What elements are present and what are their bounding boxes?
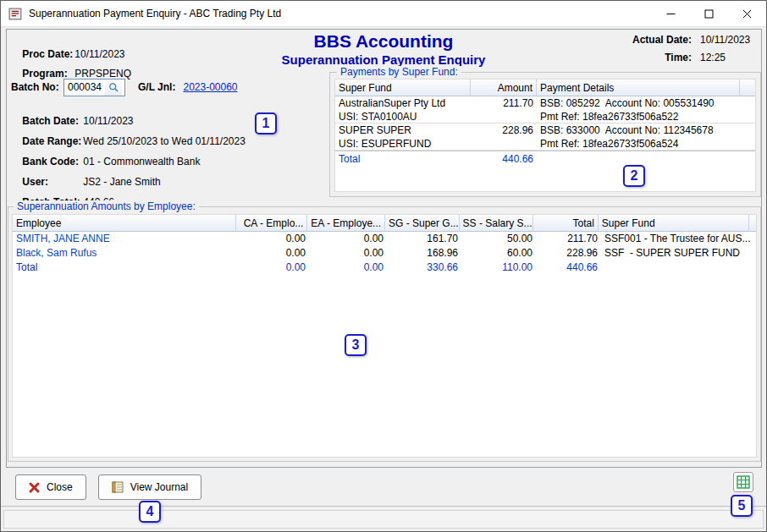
payment-amount [471, 110, 537, 123]
annotation-4: 4 [139, 501, 161, 523]
employees-total-label: Total [13, 261, 237, 275]
payment-details: BSB: 085292 Account No: 005531490 [537, 96, 740, 110]
search-icon [108, 82, 119, 93]
payment-row[interactable]: SUPER SUPER 228.96 BSB: 633000 Account N… [335, 123, 755, 137]
employee-total: 211.70 [536, 232, 601, 246]
bank-code-field: Bank Code:01 - Commonwealth Bank [11, 141, 200, 155]
column-header-filler [740, 80, 755, 96]
status-bar [1, 506, 766, 531]
journal-icon [112, 481, 124, 493]
employees-grid: Employee CA - Emplo... EA - Employe... S… [12, 214, 757, 458]
time-label: Time: [632, 52, 692, 63]
column-header-super-fund: Super Fund [335, 80, 471, 96]
column-header-ea: EA - Employe... [307, 215, 385, 232]
column-header-super-fund: Super Fund [599, 215, 749, 232]
employees-total-ss: 110.00 [461, 261, 536, 275]
payments-header-row: Super Fund Amount Payment Details [335, 80, 755, 96]
payments-total-row: Total 440.66 [335, 151, 755, 167]
app-window: Superannuation Payment Enquiry - ABC Tra… [0, 0, 767, 532]
column-header-filler [749, 215, 756, 232]
annotation-5: 5 [731, 495, 753, 517]
employee-ea: 0.00 [309, 246, 387, 261]
actual-date-value: 10/11/2023 [700, 34, 758, 46]
employees-total-row: Total 0.00 0.00 330.66 110.00 440.66 [13, 261, 756, 275]
date-range-field: Date Range:Wed 25/10/2023 to Wed 01/11/2… [11, 121, 246, 134]
button-row: Close View Journal [15, 474, 201, 500]
payment-fund: AustralianSuper Pty Ltd [335, 96, 471, 110]
actual-date-label: Actual Date: [632, 34, 692, 46]
view-journal-button[interactable]: View Journal [98, 474, 201, 500]
time-value: 12:25 [700, 52, 758, 63]
gl-jnl-link[interactable]: 2023-00060 [183, 81, 237, 93]
batch-no-field [63, 79, 125, 96]
close-window-button[interactable] [728, 1, 766, 26]
employee-ca: 0.00 [237, 232, 309, 246]
export-excel-button[interactable] [733, 472, 753, 492]
payment-details: Pmt Ref: 18fea26733f506a524 [537, 137, 740, 150]
window-title: Superannuation Payment Enquiry - ABC Tra… [29, 8, 281, 19]
employee-name: SMITH, JANE ANNE [13, 232, 237, 246]
employees-total-total: 440.66 [536, 261, 601, 275]
payments-group: Payments by Super Fund: Super Fund Amoun… [329, 72, 761, 197]
batch-lookup-button[interactable] [105, 80, 122, 96]
employee-sg: 168.96 [387, 246, 461, 261]
employee-name: Black, Sam Rufus [13, 246, 237, 261]
payments-grid: Super Fund Amount Payment Details Austra… [334, 79, 756, 192]
employees-total-ea: 0.00 [309, 261, 387, 275]
employee-row[interactable]: Black, Sam Rufus 0.00 0.00 168.96 60.00 … [13, 246, 756, 261]
payment-amount: 211.70 [471, 96, 537, 110]
close-button[interactable]: Close [15, 474, 86, 500]
employees-total-fund [601, 261, 753, 275]
payment-fund: USI: ESUPERFUND [335, 137, 471, 150]
batch-no-row: Batch No: G/L Jnl: 2023-00060 [11, 78, 238, 96]
annotation-3: 3 [345, 334, 367, 356]
payment-details: BSB: 633000 Account No: 112345678 [537, 123, 740, 137]
payment-row[interactable]: AustralianSuper Pty Ltd 211.70 BSB: 0852… [335, 96, 755, 110]
column-header-ca: CA - Emplo... [236, 215, 308, 232]
employee-ss: 50.00 [461, 232, 536, 246]
batch-no-input[interactable] [64, 80, 105, 95]
column-header-payment-details: Payment Details [537, 80, 740, 96]
excel-icon [737, 475, 750, 489]
status-bar-panel [3, 510, 764, 529]
employees-header-row: Employee CA - Emplo... EA - Employe... S… [13, 215, 756, 232]
minimize-button[interactable] [652, 1, 690, 26]
employee-fund: SSF001 - The Trustee for AUS... [601, 232, 753, 246]
window-controls [652, 1, 766, 26]
employee-ss: 60.00 [461, 246, 536, 261]
batch-no-label: Batch No: [11, 81, 63, 93]
annotation-1: 1 [255, 112, 277, 134]
employees-group: Superannuation Amounts by Employee: Empl… [8, 206, 761, 462]
employee-ea: 0.00 [309, 232, 387, 246]
payment-row[interactable]: USI: STA0100AU Pmt Ref: 18fea26733f506a5… [335, 110, 755, 123]
gl-jnl-label: G/L Jnl: [138, 81, 175, 93]
employee-row[interactable]: SMITH, JANE ANNE 0.00 0.00 161.70 50.00 … [13, 232, 756, 246]
payment-details: Pmt Ref: 18fea26733f506a522 [537, 110, 740, 123]
column-header-employee: Employee [13, 215, 236, 232]
employee-total: 228.96 [536, 246, 601, 261]
close-x-icon [29, 482, 40, 493]
titlebar: Superannuation Payment Enquiry - ABC Tra… [1, 1, 766, 27]
employee-ca: 0.00 [237, 246, 309, 261]
annotation-2: 2 [623, 165, 645, 187]
payments-total-amount: 440.66 [471, 151, 537, 167]
employee-fund: SSF - SUPER SUPER FUND [601, 246, 753, 261]
column-header-amount: Amount [471, 80, 537, 96]
batch-total-field: Batch Total:440.66 [11, 182, 114, 195]
payment-row[interactable]: USI: ESUPERFUND Pmt Ref: 18fea26733f506a… [335, 137, 755, 151]
close-button-label: Close [47, 481, 73, 493]
payment-amount [471, 137, 537, 150]
view-journal-button-label: View Journal [130, 481, 188, 493]
payment-amount: 228.96 [471, 123, 537, 137]
maximize-button[interactable] [690, 1, 728, 26]
header-right: Actual Date: 10/11/2023 Time: 12:25 [632, 34, 758, 63]
payments-group-title: Payments by Super Fund: [337, 66, 461, 78]
employees-total-sg: 330.66 [387, 261, 461, 275]
column-header-ss: SS - Salary S... [460, 215, 534, 232]
payment-fund: USI: STA0100AU [335, 110, 471, 123]
employees-total-ca: 0.00 [237, 261, 309, 275]
employee-sg: 161.70 [387, 232, 461, 246]
batch-date-field: Batch Date:10/11/2023 [11, 101, 134, 114]
user-field: User:JS2 - Jane Smith [11, 162, 161, 175]
payments-total-label: Total [335, 151, 471, 167]
